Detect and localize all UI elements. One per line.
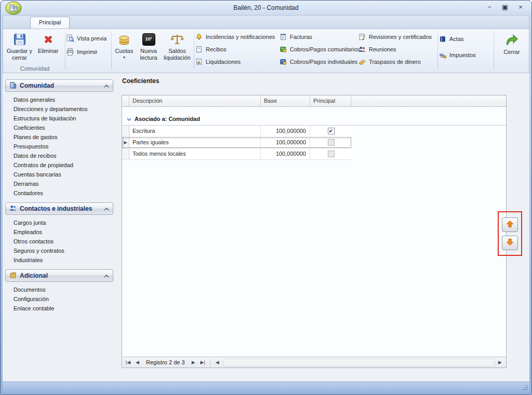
checkbox-unchecked-icon[interactable] [328,151,335,157]
application-window: Bailén, 20 - Comunidad − ▣ × Principal [0,0,532,395]
guardar-y-cerrar-button[interactable]: Guardar y cerrar [5,30,34,63]
column-header-principal[interactable]: Principal [310,96,351,107]
window-title: Bailén, 20 - Comunidad [104,4,428,11]
sidebar-item-documentos[interactable]: Documentos [5,285,113,294]
row-selector-cell[interactable] [122,126,129,137]
facturas-button[interactable]: Facturas [279,32,358,42]
recibos-button[interactable]: Recibos [195,45,279,54]
incidencias-button[interactable]: Incidencias y notificaciones [195,32,279,42]
guardar-label: Guardar y cerrar [5,48,34,61]
sidebar-item-configuracion[interactable]: Configuración [5,294,113,304]
liquidaciones-button[interactable]: Liquidaciones [195,57,279,66]
traspasos-button[interactable]: Traspasos de dinero [358,57,437,66]
reuniones-button[interactable]: Reuniones [358,45,437,54]
sidebar-item-enlace-contable[interactable]: Enlace contable [5,304,113,313]
chevron-down-icon: ▾ [123,55,125,60]
sidebar-section-contactos[interactable]: Contactos e industriales [5,202,113,215]
checkbox-checked-icon[interactable]: ✔ [328,128,335,134]
close-window-button[interactable]: × [517,3,524,11]
eliminar-button[interactable]: Eliminar [34,30,62,63]
group-row-comunidad[interactable]: Asociado a: Comunidad [122,113,506,126]
box-icon [9,271,17,280]
sidebar-item-coeficientes[interactable]: Coeficientes [5,123,113,132]
sidebar-item-datos-recibos[interactable]: Datos de recibos [5,151,113,160]
sidebar-item-empleados[interactable]: Empleados [5,227,113,237]
maximize-button[interactable]: ▣ [501,3,509,11]
group-spacer [122,107,506,113]
first-record-button[interactable]: |◀ [124,360,132,365]
move-down-button[interactable] [502,236,518,250]
minimize-button[interactable]: − [486,3,493,11]
saldos-liquidacion-button[interactable]: Saldos liquidación [161,30,193,63]
sidebar-item-contratos-propiedad[interactable]: Contratos de propiedad [5,160,113,170]
actas-button[interactable]: Actas [438,34,478,44]
scroll-left-button[interactable]: ◀ [214,360,221,365]
cobros-comunitarios-label: Cobros/Pagos comunitarios [290,46,360,52]
table-row[interactable]: Todos menos locales 100,000000 [122,148,352,160]
chevron-down-icon [127,116,131,122]
cell-descripcion[interactable]: Partes iguales [129,137,261,148]
move-up-button[interactable] [502,217,518,232]
money-transfer-icon [358,58,366,66]
sidebar-item-estructura-liquidacion[interactable]: Estructura de liquidación [5,114,113,123]
row-selector-cell[interactable]: ▶ [122,137,129,148]
ribbon-group-cerrar: Cerrar [495,30,528,72]
sidebar-section-adicional[interactable]: Adicional [5,269,113,282]
cell-base[interactable]: 100,000000 [261,126,310,137]
cerrar-button[interactable]: Cerrar [498,31,526,63]
table-row-selected[interactable]: ▶ Partes iguales 100,000000 [122,137,352,148]
close-arrow-icon [505,33,518,47]
cobros-individuales-label: Cobros/Pagos individuales [290,59,357,65]
horizontal-scrollbar[interactable] [223,359,495,366]
coins-icon [117,32,131,46]
ribbon-separator [111,32,112,69]
table-row[interactable]: Escritura 100,000000 ✔ [122,126,352,137]
column-header-descripcion[interactable]: Descripción [129,96,261,107]
cell-principal [310,137,352,148]
tab-principal[interactable]: Principal [30,17,70,29]
resize-grip[interactable] [522,384,528,392]
sidebar-item-direcciones[interactable]: Direcciones y departamentos [5,104,113,114]
meter-reading-icon: 10¹ [142,33,155,46]
cerrar-label: Cerrar [503,49,520,56]
cell-base[interactable]: 100,000000 [261,148,310,160]
cell-descripcion[interactable]: Todos menos locales [129,148,261,160]
ribbon-group-gestion-2: Facturas Cobros/Pagos comunitarios [279,30,358,72]
cell-descripcion[interactable]: Escritura [129,126,261,137]
checkbox-unchecked-icon[interactable] [328,139,335,146]
sidebar-section-comunidad[interactable]: Comunidad [5,79,113,92]
row-selector-cell[interactable] [122,148,129,160]
vista-previa-button[interactable]: Vista previa [66,34,111,43]
scroll-right-button[interactable]: ▶ [496,360,504,365]
saldos-label: Saldos liquidación [161,48,193,61]
receipt-icon [195,45,203,53]
arrow-up-icon [506,220,514,229]
cobros-individuales-button[interactable]: Cobros/Pagos individuales [279,57,358,66]
sidebar-item-datos-generales[interactable]: Datos generales [5,95,113,104]
cell-base[interactable]: 100,000000 [261,137,310,148]
eliminar-label: Eliminar [38,48,59,55]
next-record-button[interactable]: ▶ [190,360,197,365]
sidebar-item-derramas[interactable]: Derramas [5,179,113,188]
chevron-up-icon [104,83,109,89]
titlebar[interactable]: Bailén, 20 - Comunidad − ▣ × [1,1,531,15]
impuestos-button[interactable]: % Impuestos [438,50,478,60]
sidebar-item-contadores[interactable]: Contadores [5,188,113,198]
sidebar-item-cuentas-bancarias[interactable]: Cuentas bancarias [5,170,113,179]
cobros-comunitarios-button[interactable]: Cobros/Pagos comunitarios [279,45,358,54]
current-row-indicator-icon: ▶ [124,137,127,148]
nueva-lectura-button[interactable]: 10¹ Nueva lectura [136,30,161,63]
revisiones-button[interactable]: Revisiones y certificados [358,32,437,42]
last-record-button[interactable]: ▶| [199,360,207,365]
sidebar-item-presupuestos[interactable]: Presupuestos [5,142,113,151]
cuotas-button[interactable]: Cuotas ▾ [112,30,136,63]
prev-record-button[interactable]: ◀ [134,360,141,365]
sidebar-item-seguros-contratos[interactable]: Seguros y contratos [5,246,113,255]
column-header-base[interactable]: Base [261,96,310,107]
ledger-coin-blue-icon [279,58,287,66]
imprimir-button[interactable]: Imprimir [66,47,111,57]
sidebar-item-industriales[interactable]: Industriales [5,255,113,265]
sidebar-item-otros-contactos[interactable]: Otros contactos [5,237,113,246]
sidebar-item-cargos-junta[interactable]: Cargos junta [5,218,113,227]
sidebar-item-planes-gastos[interactable]: Planes de gastos [5,132,113,142]
